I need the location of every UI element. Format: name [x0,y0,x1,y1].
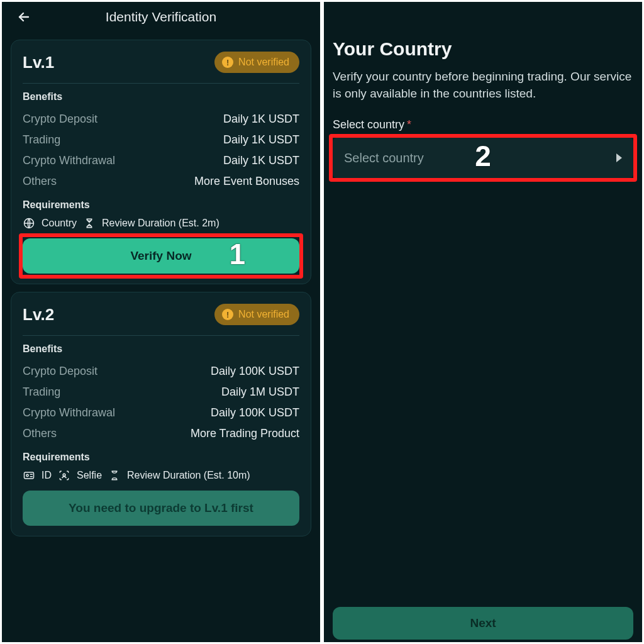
svg-point-2 [26,474,28,476]
req-id: ID [42,470,52,481]
verify-button-wrap: Verify Now 1 [23,238,299,274]
level1-card: Lv.1 ! Not verified Benefits Crypto Depo… [11,40,311,284]
level2-card: Lv.2 ! Not verified Benefits Crypto Depo… [11,292,311,536]
chevron-right-icon [616,153,622,162]
id-card-icon [23,469,35,482]
level2-badge-text: Not verified [238,309,289,320]
globe-icon [23,217,35,230]
required-asterisk: * [407,118,411,131]
right-panel: Your Country Verify your country before … [322,0,644,644]
verify-now-button[interactable]: Verify Now [23,238,299,274]
next-button[interactable]: Next [333,607,633,640]
req-selfie: Selfie [77,470,102,481]
page-title-row: Identity Verification [11,2,311,32]
level1-badge-text: Not verified [238,57,289,68]
svg-rect-1 [25,472,34,479]
benefits-label: Benefits [23,91,299,103]
benefit-row: Crypto WithdrawalDaily 1K USDT [23,150,299,171]
hourglass-icon [83,217,96,230]
level1-title: Lv.1 [23,53,54,72]
annotation-step-1: 1 [229,237,245,271]
req-review: Review Duration (Est. 2m) [102,218,219,229]
country-title: Your Country [333,38,633,60]
warning-icon: ! [222,309,233,320]
divider [23,335,299,336]
annotation-step-2: 2 [475,139,491,173]
benefits-label: Benefits [23,343,299,355]
country-subtitle: Verify your country before beginning tra… [333,69,633,102]
benefit-row: Crypto DepositDaily 100K USDT [23,361,299,382]
requirements-label: Requirements [23,199,299,211]
level2-title: Lv.2 [23,305,54,325]
benefit-row: OthersMore Trading Product [23,423,299,444]
selfie-icon [58,469,70,482]
svg-point-3 [63,474,65,476]
req-country: Country [42,218,77,229]
select-country-label: Select country* [333,118,633,131]
benefit-row: TradingDaily 1M USDT [23,382,299,402]
level2-status-badge: ! Not verified [214,304,299,325]
benefit-row: OthersMore Event Bonuses [23,171,299,192]
warning-icon: ! [222,57,233,68]
level1-status-badge: ! Not verified [214,52,299,73]
requirements-label: Requirements [23,452,299,463]
req-review: Review Duration (Est. 10m) [127,470,250,481]
hourglass-icon [108,469,121,482]
requirements-row: Country Review Duration (Est. 2m) [23,217,299,230]
upgrade-disabled-button: You need to upgrade to Lv.1 first [23,491,299,526]
select-placeholder: Select country [344,151,424,165]
arrow-left-icon [16,9,31,25]
benefit-row: Crypto DepositDaily 1K USDT [23,109,299,130]
back-button[interactable] [14,8,33,26]
benefit-row: TradingDaily 1K USDT [23,130,299,150]
page-title: Identity Verification [106,9,216,25]
left-panel: Identity Verification Lv.1 ! Not verifie… [0,0,322,644]
benefit-row: Crypto WithdrawalDaily 100K USDT [23,402,299,423]
requirements-row: ID Selfie Review Duration (Est. 10m) [23,469,299,482]
divider [23,83,299,84]
